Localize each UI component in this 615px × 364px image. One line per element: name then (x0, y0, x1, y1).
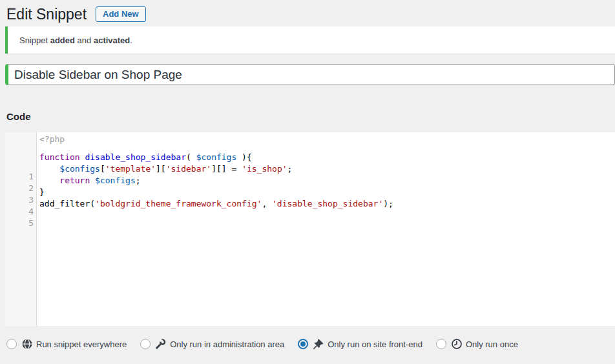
page-title: Edit Snippet (6, 6, 87, 23)
radio-everywhere[interactable] (6, 339, 17, 349)
line-number: 5 (5, 217, 34, 229)
scope-option-label: Only run in administration area (170, 339, 284, 349)
scope-option-admin[interactable]: Only run in administration area (140, 338, 284, 350)
code-line[interactable]: add_filter('boldgrid_theme_framework_con… (39, 198, 615, 210)
notice-text: Snippet added and activated. (19, 35, 132, 45)
radio-frontend[interactable] (298, 339, 308, 349)
code-editor[interactable]: 12345 <?php function disable_shop_sideba… (5, 132, 615, 326)
code-line[interactable]: } (39, 187, 615, 198)
line-number: 3 (5, 194, 34, 206)
code-line[interactable]: $configs['template']['sidebar'][] = 'is_… (39, 163, 615, 175)
code-line[interactable]: return $configs; (39, 175, 615, 187)
radio-admin[interactable] (140, 339, 151, 349)
scope-option-everywhere[interactable]: Run snippet everywhere (6, 338, 127, 350)
editor-gutter: 12345 (5, 132, 37, 326)
globe-icon (21, 338, 33, 350)
snippet-title-input[interactable] (5, 64, 615, 85)
code-section-label: Code (6, 112, 615, 122)
pushpin-icon (313, 338, 324, 350)
scope-option-frontend[interactable]: Only run on site front-end (298, 338, 422, 350)
code-line[interactable]: function disable_shop_sidebar( $configs … (39, 152, 615, 163)
success-notice: Snippet added and activated. (5, 26, 615, 54)
scope-option-label: Only run on site front-end (328, 339, 422, 349)
scope-option-label: Only run once (466, 339, 518, 349)
scope-options-row: Run snippet everywhere Only run in admin… (6, 338, 615, 350)
line-number: 1 (5, 171, 34, 183)
scope-option-label: Run snippet everywhere (36, 339, 127, 349)
editor-code-pane[interactable]: <?php function disable_shop_sidebar( $co… (37, 132, 615, 326)
scope-option-once[interactable]: Only run once (436, 338, 518, 350)
wrench-icon (155, 338, 167, 350)
add-new-button[interactable]: Add New (96, 6, 146, 22)
radio-once[interactable] (436, 339, 446, 349)
page-header: Edit SnippetAdd New (0, 0, 615, 23)
line-number: 4 (5, 206, 34, 217)
php-open-tag: <?php (39, 134, 615, 145)
line-number: 2 (5, 183, 34, 194)
clock-icon (451, 338, 463, 350)
code-lines: function disable_shop_sidebar( $configs … (39, 152, 615, 210)
